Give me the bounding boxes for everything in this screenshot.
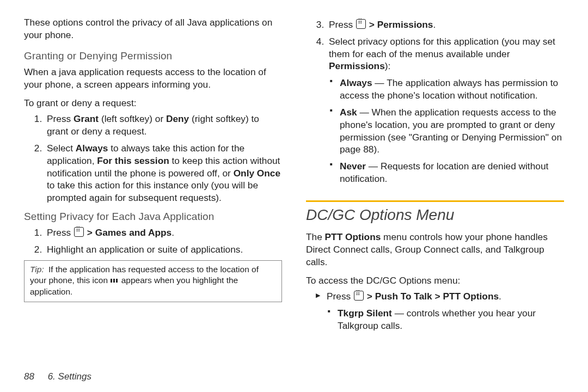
bold-games-apps: Games and Apps — [95, 227, 172, 238]
page-footer: 88 6. Settings — [24, 371, 91, 382]
text: Press — [47, 113, 74, 124]
tip-box: Tip: If the application has requested ac… — [24, 260, 282, 302]
bold-permissions: Permissions — [329, 60, 385, 71]
opt-always: Always — The application always has perm… — [340, 77, 564, 102]
opt-ask: Ask — When the application requests acce… — [340, 106, 564, 156]
bold-deny: Deny — [166, 113, 189, 124]
dot: . — [433, 19, 436, 30]
section-divider — [306, 200, 564, 202]
text: The — [306, 231, 325, 242]
bold-session: For this session — [97, 155, 169, 166]
chapter-title: 6. Settings — [48, 371, 91, 382]
permission-options: Always — The application always has perm… — [329, 77, 564, 185]
dcgc-steps: Press > Push To Talk > PTT Options. Tkgr… — [306, 290, 564, 332]
bold-grant: Grant — [74, 113, 99, 124]
bold-ptt-options: PTT Options — [443, 291, 499, 302]
dot: . — [499, 291, 501, 302]
privacy-step-1: Press > Games and Apps. — [45, 226, 282, 239]
dcgc-intro: The PTT Options menu controls how your p… — [306, 231, 564, 268]
text: (left softkey) or — [99, 113, 166, 124]
text: to take this action for this instance on… — [47, 180, 258, 203]
manual-page: These options control the privacy of all… — [0, 0, 588, 392]
bold-ptt-options: PTT Options — [325, 231, 381, 242]
gt: > — [366, 19, 377, 30]
privacy-step-3: Press > Permissions. — [327, 19, 564, 31]
opt-label: Ask — [340, 107, 357, 118]
opt-label: Always — [340, 77, 372, 88]
gt: > — [364, 291, 375, 302]
menu-key-icon — [356, 19, 366, 29]
text: Press — [327, 291, 353, 302]
intro-text: These options control the privacy of all… — [24, 16, 282, 41]
grant-lead: To grant or deny a request: — [24, 97, 282, 109]
opt-text: — Requests for location are denied witho… — [340, 161, 548, 184]
text: Press — [47, 227, 74, 238]
bold-always: Always — [76, 143, 108, 154]
dcgc-options: Tkgrp Silent — controls whether you hear… — [327, 307, 564, 332]
bold-once: Only Once — [234, 168, 280, 179]
privacy-step-2: Highlight an application or suite of app… — [45, 243, 282, 256]
bold-push-to-talk: Push To Talk — [375, 291, 432, 302]
grant-steps: Press Grant (left softkey) or Deny (righ… — [24, 113, 282, 204]
granting-body: When a java application requests access … — [24, 66, 282, 91]
menu-key-icon — [74, 227, 84, 237]
opt-label: Tkgrp Silent — [338, 308, 392, 318]
grant-step-2: Select Always to always take this action… — [45, 142, 282, 204]
menu-key-icon — [354, 291, 364, 301]
heading-granting: Granting or Denying Permission — [24, 49, 282, 63]
page-number: 88 — [24, 371, 34, 382]
left-column: These options control the privacy of all… — [24, 16, 282, 336]
heading-privacy: Setting Privacy for Each Java Applicatio… — [24, 210, 282, 223]
opt-text: — The application always has permission … — [340, 77, 558, 101]
privacy-steps: Press > Games and Apps. Highlight an app… — [24, 226, 282, 256]
bold-permissions: Permissions — [377, 19, 433, 30]
two-column-layout: These options control the privacy of all… — [24, 16, 564, 336]
dcgc-press: Press > Push To Talk > PTT Options. Tkgr… — [327, 290, 564, 332]
opt-label: Never — [340, 161, 366, 171]
opt-text: — When the application requests access t… — [340, 107, 562, 155]
text: ): — [385, 60, 391, 71]
privacy-steps-cont: Press > Permissions. Select privacy opti… — [306, 19, 564, 185]
text: Select privacy options for this applicat… — [329, 36, 555, 59]
gt: > — [84, 227, 95, 238]
location-icon — [111, 278, 118, 284]
opt-never: Never — Requests for location are denied… — [340, 160, 564, 185]
heading-dcgc: DC/GC Options Menu — [306, 205, 564, 225]
dcgc-lead: To access the DC/GC Options menu: — [306, 274, 564, 287]
gt: > — [432, 291, 443, 302]
grant-step-1: Press Grant (left softkey) or Deny (righ… — [45, 113, 282, 138]
text: Press — [329, 19, 356, 30]
text: Select — [47, 143, 76, 154]
dot: . — [171, 227, 174, 238]
right-column: Press > Permissions. Select privacy opti… — [306, 16, 564, 336]
opt-tkgrp-silent: Tkgrp Silent — controls whether you hear… — [338, 307, 564, 332]
tip-label: Tip: — [30, 265, 44, 274]
privacy-step-4: Select privacy options for this applicat… — [327, 35, 564, 185]
